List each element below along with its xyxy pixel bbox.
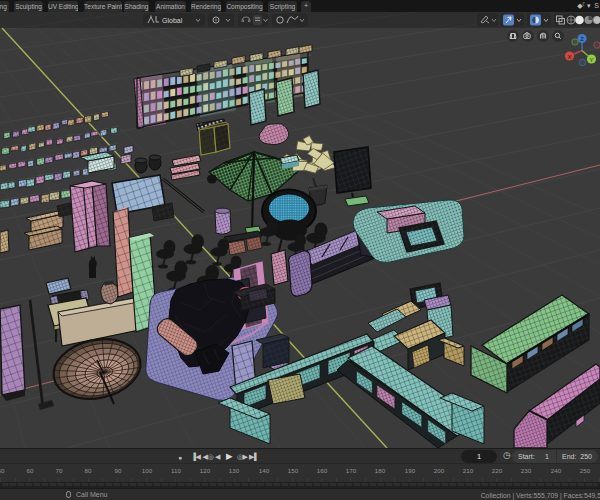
svg-text:Global: Global — [162, 17, 183, 24]
svg-text:X: X — [567, 54, 571, 60]
svg-text:Z: Z — [580, 36, 584, 42]
svg-text:Y: Y — [589, 57, 593, 63]
